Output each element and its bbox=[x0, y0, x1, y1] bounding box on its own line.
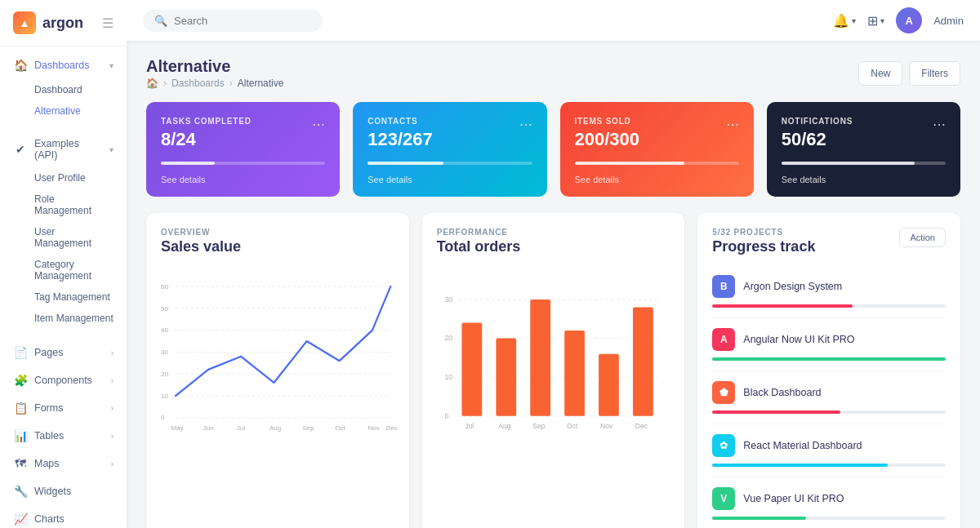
apps-button[interactable]: ⊞ ▾ bbox=[867, 13, 884, 29]
stat-link-contacts[interactable]: See details bbox=[368, 175, 412, 184]
sidebar-pages-label: Pages bbox=[34, 347, 105, 358]
project-icon-react: ✿ bbox=[712, 434, 735, 457]
sidebar-item-dashboards[interactable]: 🏠 Dashboards ▾ bbox=[0, 51, 127, 79]
stat-card-header-notifications: NOTIFICATIONS 50/62 ⋯ bbox=[782, 117, 946, 150]
progress-action-button[interactable]: Action bbox=[899, 228, 946, 247]
project-icon-angular: A bbox=[712, 328, 735, 351]
progress-item-black: ⬟ Black Dashboard bbox=[712, 371, 946, 424]
sidebar-toggle-icon[interactable]: ☰ bbox=[102, 16, 114, 31]
search-input[interactable] bbox=[174, 15, 311, 27]
sidebar-examples-label: Examples (API) bbox=[34, 138, 103, 161]
breadcrumb-home-icon[interactable]: 🏠 bbox=[146, 78, 158, 89]
sales-chart-area: 0 10 20 30 40 50 60 bbox=[161, 267, 394, 433]
progress-card-titles: 5/32 PROJECTS Progress track bbox=[712, 228, 815, 255]
stats-row: TASKS COMPLETED 8/24 ⋯ See details CONTA… bbox=[146, 102, 960, 197]
sidebar-item-pages[interactable]: 📄 Pages › bbox=[0, 339, 127, 366]
sidebar-forms-label: Forms bbox=[34, 402, 105, 414]
logo-icon: ▲ bbox=[13, 11, 36, 34]
logo-text: argon bbox=[42, 15, 83, 32]
progress-item-header-react: ✿ React Material Dashboard bbox=[712, 434, 946, 457]
progress-track-card: 5/32 PROJECTS Progress track Action B Ar… bbox=[697, 213, 960, 528]
stat-progress-fill-tasks bbox=[161, 162, 215, 165]
admin-label[interactable]: Admin bbox=[933, 15, 964, 27]
apps-chevron-icon: ▾ bbox=[880, 16, 884, 25]
stat-menu-items[interactable]: ⋯ bbox=[726, 117, 739, 132]
sidebar-maps-label: Maps bbox=[34, 458, 105, 469]
stat-menu-notifications[interactable]: ⋯ bbox=[933, 117, 946, 132]
stat-menu-contacts[interactable]: ⋯ bbox=[519, 117, 532, 132]
svg-text:Nov: Nov bbox=[600, 422, 613, 430]
svg-text:50: 50 bbox=[161, 305, 168, 313]
sidebar: ▲ argon ☰ 🏠 Dashboards ▾ Dashboard Alter… bbox=[0, 0, 127, 528]
svg-text:0: 0 bbox=[444, 412, 448, 420]
search-icon: 🔍 bbox=[154, 15, 167, 27]
sidebar-item-components[interactable]: 🧩 Components › bbox=[0, 366, 127, 394]
svg-text:Oct: Oct bbox=[567, 422, 578, 430]
sidebar-item-widgets[interactable]: 🔧 Widgets bbox=[0, 477, 127, 505]
sidebar-nav-secondary: 📄 Pages › 🧩 Components › 📋 Forms › 📊 Tab… bbox=[0, 334, 127, 528]
maps-icon: 🗺 bbox=[13, 456, 28, 471]
sidebar-item-item-management[interactable]: Item Management bbox=[0, 308, 127, 329]
stat-label-group-items: ITEMS SOLD 200/300 bbox=[575, 117, 640, 150]
sidebar-item-charts[interactable]: 📈 Charts bbox=[0, 505, 127, 528]
sidebar-item-dashboard[interactable]: Dashboard bbox=[0, 79, 127, 100]
stat-value-tasks: 8/24 bbox=[161, 129, 252, 150]
svg-text:30: 30 bbox=[444, 295, 452, 304]
stat-progress-bar-notifications bbox=[782, 162, 946, 165]
sidebar-item-forms[interactable]: 📋 Forms › bbox=[0, 394, 127, 422]
stat-card-header-items: ITEMS SOLD 200/300 ⋯ bbox=[575, 117, 739, 150]
stat-menu-tasks[interactable]: ⋯ bbox=[312, 117, 325, 132]
svg-text:Sep: Sep bbox=[532, 422, 545, 430]
sidebar-item-category-management[interactable]: Category Management bbox=[0, 254, 127, 286]
svg-text:20: 20 bbox=[444, 334, 452, 342]
widgets-icon: 🔧 bbox=[13, 484, 28, 499]
breadcrumb-sep-2: › bbox=[229, 78, 233, 89]
project-icon-black: ⬟ bbox=[712, 381, 735, 404]
avatar[interactable]: A bbox=[896, 7, 922, 33]
maps-arrow-icon: › bbox=[111, 459, 114, 468]
stat-link-notifications[interactable]: See details bbox=[782, 175, 826, 184]
progress-bar-fill-vue bbox=[712, 517, 805, 520]
svg-text:10: 10 bbox=[161, 393, 168, 400]
sidebar-item-tables[interactable]: 📊 Tables › bbox=[0, 422, 127, 450]
sidebar-item-examples-api[interactable]: ✔ Examples (API) ▾ bbox=[0, 131, 127, 167]
page-header-left: Alternative 🏠 › Dashboards › Alternative bbox=[146, 57, 283, 89]
sidebar-item-user-management[interactable]: User Management bbox=[0, 221, 127, 254]
svg-text:Oct: Oct bbox=[335, 424, 345, 432]
svg-rect-35 bbox=[633, 308, 653, 416]
sidebar-tables-label: Tables bbox=[34, 430, 105, 441]
sidebar-item-user-profile[interactable]: User Profile bbox=[0, 167, 127, 189]
svg-text:May: May bbox=[171, 424, 183, 432]
progress-bar-container-react bbox=[712, 464, 946, 467]
svg-rect-33 bbox=[564, 331, 585, 416]
stat-label-group-contacts: CONTACTS 123/267 bbox=[368, 117, 433, 150]
svg-text:Aug: Aug bbox=[270, 424, 281, 432]
stat-card-header-tasks: TASKS COMPLETED 8/24 ⋯ bbox=[161, 117, 325, 150]
breadcrumb-dashboards[interactable]: Dashboards bbox=[172, 78, 225, 89]
forms-arrow-icon: › bbox=[111, 404, 114, 413]
search-bar[interactable]: 🔍 bbox=[143, 10, 323, 32]
orders-chart-label: PERFORMANCE bbox=[437, 228, 670, 237]
stat-progress-fill-contacts bbox=[368, 162, 443, 165]
sales-chart-title: Sales value bbox=[161, 238, 394, 255]
sidebar-item-alternative[interactable]: Alternative bbox=[0, 100, 127, 122]
progress-bar-container-argon bbox=[712, 304, 946, 308]
sidebar-item-role-management[interactable]: Role Management bbox=[0, 189, 127, 221]
stat-link-items[interactable]: See details bbox=[575, 175, 619, 184]
filters-button[interactable]: Filters bbox=[909, 61, 960, 86]
tables-arrow-icon: › bbox=[111, 432, 114, 441]
progress-bar-container-black bbox=[712, 410, 946, 414]
stat-link-tasks[interactable]: See details bbox=[161, 175, 205, 184]
project-name-react: React Material Dashboard bbox=[743, 440, 862, 451]
page-header: Alternative 🏠 › Dashboards › Alternative… bbox=[146, 57, 960, 89]
svg-text:Dec: Dec bbox=[386, 424, 398, 432]
svg-text:Jul: Jul bbox=[237, 424, 245, 432]
breadcrumb-sep-1: › bbox=[163, 78, 167, 89]
pages-arrow-icon: › bbox=[111, 348, 114, 357]
sidebar-item-maps[interactable]: 🗺 Maps › bbox=[0, 450, 127, 477]
sidebar-item-tag-management[interactable]: Tag Management bbox=[0, 286, 127, 308]
svg-text:60: 60 bbox=[161, 283, 168, 291]
new-button[interactable]: New bbox=[858, 61, 902, 86]
notifications-button[interactable]: 🔔 ▾ bbox=[833, 13, 856, 29]
stat-progress-bar-tasks bbox=[161, 162, 325, 165]
